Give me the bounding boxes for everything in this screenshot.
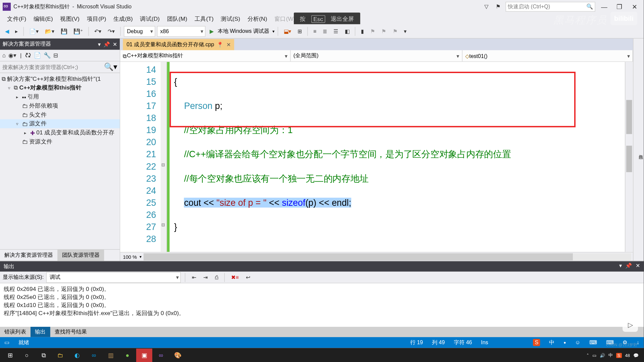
solution-search-input[interactable] — [2, 64, 104, 70]
tray-volume-icon[interactable]: 🔊 — [600, 353, 605, 358]
panel-dropdown-icon[interactable]: ▾ — [98, 41, 101, 47]
vs-taskbar-icon[interactable]: ∞ — [153, 349, 169, 362]
tb-icon-2[interactable]: ⊞ — [295, 27, 304, 35]
run-button[interactable]: ▶ — [207, 27, 216, 35]
code-body[interactable]: { Person p; //空对象占用内存空间为：1 //C++编译器会给每个空… — [170, 62, 625, 252]
tray-time[interactable]: 48 — [625, 353, 630, 358]
tb-icon-9[interactable]: ⚑ — [390, 27, 400, 35]
tab-find-symbols[interactable]: 查找符号结果 — [50, 327, 92, 337]
tb-icon-7[interactable]: ⚑ — [368, 27, 377, 35]
menu-edit[interactable]: 编辑(E) — [30, 14, 56, 23]
cloud-icon[interactable]: ∞ — [86, 349, 102, 362]
tb-icon-4[interactable]: ≣ — [320, 27, 329, 35]
tab-error-list[interactable]: 错误列表 — [0, 327, 31, 337]
tray-ime[interactable]: 中 — [608, 352, 613, 358]
menu-analyze[interactable]: 分析(N) — [244, 14, 271, 23]
tb-icon-3[interactable]: ≡ — [311, 27, 319, 35]
browser-icon[interactable]: ◐ — [69, 349, 85, 362]
title-filter-icon[interactable]: ▽ — [482, 3, 491, 11]
quick-launch-input[interactable]: 快速启动 (Ctrl+Q) 🔍 — [505, 2, 595, 11]
document-tab[interactable]: 01 成员变量和成员函数分开存储.cpp 📍 ✕ — [123, 39, 234, 50]
pin-icon[interactable]: 📍 — [217, 42, 223, 48]
tool-icon[interactable]: ◉▾ — [8, 52, 16, 59]
out-icon-3[interactable]: ⎙ — [213, 273, 220, 281]
menu-test[interactable]: 测试(S) — [217, 14, 244, 23]
keyboard-icon[interactable]: ⌨ — [589, 339, 597, 346]
face-icon[interactable]: ☺ — [575, 339, 580, 346]
taskview-button[interactable]: ⧉ — [36, 349, 52, 362]
horizontal-scrollbar[interactable] — [144, 253, 631, 260]
tab-team-explorer[interactable]: 团队资源管理器 — [57, 250, 104, 261]
save-all-button[interactable]: 💾⁺ — [71, 27, 85, 35]
output-dropdown-icon[interactable]: ▾ — [619, 263, 622, 270]
tray-up-icon[interactable]: ˄ — [587, 353, 589, 358]
menu-view[interactable]: 视图(V) — [56, 14, 83, 23]
start-button[interactable]: ⊞ — [2, 349, 18, 362]
tool-refresh-icon[interactable]: 🗘 — [25, 52, 31, 59]
tab-output[interactable]: 输出 — [31, 327, 50, 337]
config-dropdown[interactable]: Debug — [124, 26, 155, 37]
out-icon-1[interactable]: ⇤ — [190, 273, 199, 281]
menu-tools[interactable]: 工具(T) — [191, 14, 217, 23]
system-tray[interactable]: ˄ ▭ 🔊 中 S 48 💬 — [587, 352, 642, 358]
panel-close-icon[interactable]: ✕ — [113, 41, 117, 47]
home-icon[interactable]: ⌂ — [2, 52, 6, 59]
tab-close-icon[interactable]: ✕ — [226, 42, 231, 48]
bookmark-icon[interactable]: ▮ — [359, 27, 366, 35]
tb-icon-5[interactable]: ☰ — [331, 27, 341, 35]
output-close-icon[interactable]: ✕ — [636, 263, 640, 270]
fold-margin[interactable]: ⊟ ⊟ — [161, 62, 167, 252]
menu-project[interactable]: 项目(P) — [83, 14, 110, 23]
green-app-icon[interactable]: ● — [119, 349, 136, 362]
output-body[interactable]: 线程 0x2694 已退出，返回值为 0 (0x0)。 线程 0x25e0 已退… — [0, 283, 644, 327]
tb-icon-6[interactable]: ◧ — [342, 27, 352, 35]
paint-icon[interactable]: 🎨 — [170, 349, 186, 362]
solution-search[interactable]: 🔍▾ — [0, 61, 120, 73]
output-source-dropdown[interactable]: 调试 — [46, 272, 181, 283]
zoom-level[interactable]: 100 % — [120, 254, 140, 259]
toolbar-overflow[interactable]: ▾ — [401, 27, 409, 35]
restore-button[interactable]: ❐ — [613, 3, 626, 10]
code-editor[interactable]: ✚ 141516171819202122232425262728 ⊟ ⊟ { P… — [120, 62, 633, 252]
output-pin-icon[interactable]: 📌 — [625, 263, 632, 270]
cortana-button[interactable]: ○ — [19, 349, 35, 362]
headers-node[interactable]: 头文件 — [29, 111, 47, 119]
save-button[interactable]: 💾 — [58, 27, 69, 35]
menu-build[interactable]: 生成(B) — [110, 14, 136, 23]
solution-root[interactable]: 解决方案"C++对象模型和this指针"(1 — [7, 75, 101, 83]
tab-solution-explorer[interactable]: 解决方案资源管理器 — [0, 250, 57, 261]
tb-icon-1[interactable]: ⬓▾ — [281, 27, 293, 35]
menu-file[interactable]: 文件(F) — [4, 14, 30, 23]
run-label[interactable]: 本地 Windows 调试器 — [218, 27, 269, 35]
platform-dropdown[interactable]: x86 — [157, 26, 205, 37]
back-button[interactable]: ◀ — [3, 27, 11, 35]
out-icon-2[interactable]: ⇥ — [201, 273, 210, 281]
nav-scope-dropdown[interactable]: ⧉ C++对象模型和this指针 — [120, 50, 290, 61]
menu-team[interactable]: 团队(M) — [163, 14, 191, 23]
ime-lang[interactable]: 中 — [549, 339, 554, 346]
right-tool-strip[interactable]: 颜色 服务器 — [633, 39, 644, 261]
tray-notification-icon[interactable]: 💬 — [633, 353, 639, 358]
clear-output-icon[interactable]: ✖≡ — [229, 273, 241, 281]
red-app-icon[interactable]: ▣ — [136, 349, 152, 362]
explorer-icon[interactable]: 🗀 — [52, 349, 68, 362]
menu-help[interactable]: 帮助(H) — [299, 14, 326, 23]
nav-class-dropdown[interactable]: (全局范围) — [291, 50, 463, 61]
source-file-node[interactable]: 01 成员变量和成员函数分开存 — [36, 129, 114, 137]
forward-button[interactable]: ▸ — [13, 27, 20, 35]
notes-icon[interactable]: ▥ — [103, 349, 119, 362]
sources-node[interactable]: 源文件 — [29, 120, 47, 128]
tool-showall-icon[interactable]: 📄 — [34, 52, 41, 59]
nav-function-dropdown[interactable]: ◇ test01() — [463, 50, 633, 61]
tray-sogou-icon[interactable]: S — [616, 353, 622, 358]
open-button[interactable]: 📂▾ — [43, 27, 56, 35]
play-button[interactable]: ▷ — [623, 318, 638, 332]
wrap-icon[interactable]: ↩ — [244, 273, 253, 281]
tray-battery-icon[interactable]: ▭ — [592, 353, 596, 358]
project-node[interactable]: C++对象模型和this指针 — [19, 84, 82, 92]
title-notify-icon[interactable]: ⚑ — [493, 3, 503, 11]
redo-button[interactable]: ↷▾ — [105, 27, 117, 35]
menu-debug[interactable]: 调试(D) — [137, 14, 163, 23]
new-project-button[interactable]: 📄▾ — [27, 27, 41, 35]
tool-props-icon[interactable]: 🔧 — [44, 52, 51, 59]
